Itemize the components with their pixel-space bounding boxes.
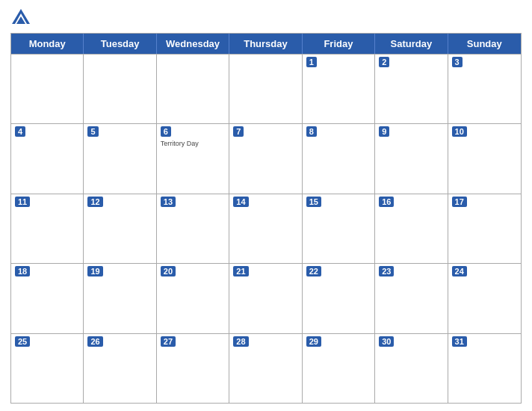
calendar-week-3: 11121314151617 — [11, 194, 521, 263]
calendar-week-4: 18192021222324 — [11, 263, 521, 333]
day-header-saturday: Saturday — [375, 34, 448, 54]
cell-date-number: 2 — [379, 57, 389, 67]
calendar-cell: 8 — [303, 124, 375, 193]
calendar-cell: 13 — [157, 194, 229, 263]
cell-date-number: 29 — [306, 336, 321, 347]
cell-date-number: 9 — [379, 126, 389, 137]
calendar-cell: 1 — [303, 55, 375, 123]
calendar-cell: 16 — [375, 194, 448, 263]
day-header-thursday: Thursday — [229, 34, 302, 54]
logo-icon — [10, 7, 31, 28]
cell-date-number: 28 — [233, 336, 248, 347]
day-header-monday: Monday — [11, 34, 84, 54]
calendar-cell: 6Territory Day — [157, 124, 229, 193]
cell-date-number: 18 — [15, 266, 30, 276]
cell-date-number: 12 — [87, 197, 102, 207]
calendar-cell: 23 — [375, 264, 448, 333]
calendar-cell: 18 — [11, 264, 84, 333]
calendar-grid: MondayTuesdayWednesdayThursdayFridaySatu… — [10, 33, 522, 404]
calendar-week-5: 25262728293031 — [11, 333, 521, 403]
cell-date-number: 3 — [452, 57, 463, 67]
calendar-cell — [157, 55, 229, 123]
page-header — [10, 7, 522, 28]
cell-date-number: 15 — [306, 197, 321, 207]
calendar-cell: 19 — [84, 264, 156, 333]
cell-date-number: 21 — [233, 266, 248, 276]
cell-date-number: 14 — [233, 197, 248, 207]
cell-date-number: 8 — [306, 126, 317, 137]
calendar-header-row: MondayTuesdayWednesdayThursdayFridaySatu… — [11, 34, 521, 54]
cell-date-number: 7 — [233, 126, 244, 137]
cell-event-label: Territory Day — [161, 140, 225, 147]
calendar-cell — [229, 55, 302, 123]
calendar-page: MondayTuesdayWednesdayThursdayFridaySatu… — [0, 0, 532, 411]
cell-date-number: 26 — [87, 336, 102, 347]
cell-date-number: 10 — [452, 126, 467, 137]
calendar-cell: 7 — [229, 124, 302, 193]
day-header-sunday: Sunday — [448, 34, 521, 54]
calendar-week-1: 123 — [11, 54, 521, 123]
cell-date-number: 24 — [452, 266, 467, 276]
cell-date-number: 13 — [161, 197, 176, 207]
cell-date-number: 22 — [306, 266, 321, 276]
cell-date-number: 25 — [15, 336, 30, 347]
cell-date-number: 11 — [15, 197, 30, 207]
calendar-cell: 11 — [11, 194, 84, 263]
cell-date-number: 6 — [161, 126, 171, 137]
cell-date-number: 20 — [161, 266, 176, 276]
calendar-cell: 30 — [375, 334, 448, 403]
calendar-cell: 26 — [84, 334, 156, 403]
day-header-wednesday: Wednesday — [157, 34, 229, 54]
calendar-cell: 20 — [157, 264, 229, 333]
cell-date-number: 1 — [306, 57, 317, 67]
calendar-cell: 27 — [157, 334, 229, 403]
calendar-cell: 29 — [303, 334, 375, 403]
calendar-cell: 9 — [375, 124, 448, 193]
calendar-cell: 21 — [229, 264, 302, 333]
calendar-cell: 5 — [84, 124, 156, 193]
calendar-cell: 28 — [229, 334, 302, 403]
calendar-cell: 25 — [11, 334, 84, 403]
calendar-cell: 12 — [84, 194, 156, 263]
calendar-cell: 17 — [448, 194, 521, 263]
day-header-friday: Friday — [303, 34, 375, 54]
calendar-cell: 3 — [448, 55, 521, 123]
calendar-cell: 15 — [303, 194, 375, 263]
cell-date-number: 5 — [87, 126, 98, 137]
calendar-body: 123456Territory Day789101112131415161718… — [11, 54, 521, 403]
cell-date-number: 30 — [379, 336, 394, 347]
cell-date-number: 4 — [15, 126, 25, 137]
calendar-cell: 22 — [303, 264, 375, 333]
calendar-cell: 4 — [11, 124, 84, 193]
calendar-cell: 31 — [448, 334, 521, 403]
cell-date-number: 23 — [379, 266, 394, 276]
logo — [10, 7, 34, 28]
calendar-cell — [11, 55, 84, 123]
cell-date-number: 17 — [452, 197, 467, 207]
cell-date-number: 27 — [161, 336, 176, 347]
cell-date-number: 19 — [87, 266, 102, 276]
calendar-cell: 2 — [375, 55, 448, 123]
cell-date-number: 16 — [379, 197, 394, 207]
calendar-week-2: 456Territory Day78910 — [11, 123, 521, 193]
calendar-cell: 10 — [448, 124, 521, 193]
cell-date-number: 31 — [452, 336, 467, 347]
day-header-tuesday: Tuesday — [84, 34, 156, 54]
calendar-cell: 24 — [448, 264, 521, 333]
calendar-cell — [84, 55, 156, 123]
calendar-cell: 14 — [229, 194, 302, 263]
